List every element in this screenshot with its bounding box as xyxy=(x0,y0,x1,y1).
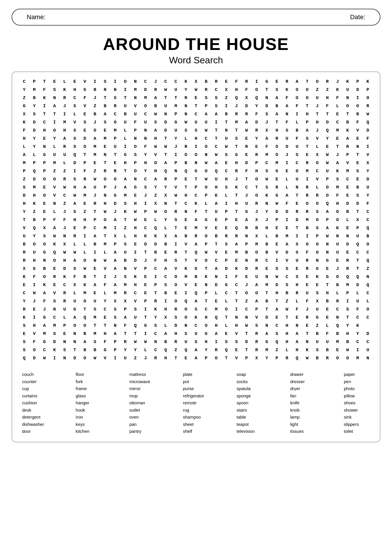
grid-cell: L xyxy=(161,224,171,232)
grid-cell: T xyxy=(80,151,90,159)
grid-cell: A xyxy=(120,184,130,192)
word-item: dishwasher xyxy=(22,421,48,428)
grid-cell: S xyxy=(130,306,140,314)
grid-cell: J xyxy=(90,192,100,200)
grid-cell: B xyxy=(161,338,171,346)
grid-cell: O xyxy=(353,102,363,110)
grid-cell: N xyxy=(262,94,272,102)
grid-cell: R xyxy=(333,297,343,306)
grid-cell: K xyxy=(49,346,59,354)
grid-cell: A xyxy=(272,306,282,314)
grid-cell: T xyxy=(322,281,333,289)
grid-cell: D xyxy=(29,127,39,135)
grid-cell: Y xyxy=(120,346,130,354)
word-item: stairs xyxy=(236,407,263,414)
grid-cell: P xyxy=(171,159,181,167)
grid-cell: O xyxy=(343,102,353,110)
grid-cell: L xyxy=(262,232,272,241)
grid-cell: N xyxy=(100,192,110,200)
grid-cell: E xyxy=(39,184,50,192)
word-item: sheet xyxy=(183,421,209,428)
grid-cell: P xyxy=(201,241,211,249)
grid-cell: O xyxy=(312,241,322,249)
grid-cell: B xyxy=(272,232,282,241)
grid-cell: M xyxy=(231,249,241,257)
grid-cell: H xyxy=(191,135,201,143)
grid-cell: D xyxy=(363,127,373,135)
grid-cell: U xyxy=(120,354,130,363)
grid-cell: T xyxy=(191,102,201,110)
grid-cell: Q xyxy=(322,127,333,135)
grid-cell: E xyxy=(80,110,90,119)
grid-cell: U xyxy=(221,135,232,143)
grid-cell: S xyxy=(272,86,282,94)
grid-cell: O xyxy=(252,192,262,200)
grid-cell: B xyxy=(262,297,272,306)
grid-cell: P xyxy=(100,184,110,192)
grid-cell: G xyxy=(322,273,333,281)
grid-cell: T xyxy=(181,184,191,192)
grid-cell: U xyxy=(322,167,333,175)
grid-cell: B xyxy=(252,224,262,232)
grid-cell: E xyxy=(181,175,191,184)
grid-cell: N xyxy=(353,143,363,151)
grid-cell: E xyxy=(181,224,191,232)
grid-cell: R xyxy=(151,297,161,306)
grid-cell: U xyxy=(211,175,221,184)
word-column: paperpenphotopillowshoesshowersinkslippe… xyxy=(344,371,370,435)
grid-cell: D xyxy=(241,102,252,110)
grid-cell: I xyxy=(161,297,171,306)
grid-cell: C xyxy=(49,314,59,322)
grid-cell: S xyxy=(70,127,80,135)
grid-cell: O xyxy=(130,143,140,151)
grid-cell: M xyxy=(333,127,343,135)
grid-cell: X xyxy=(70,281,80,289)
grid-cell: K xyxy=(282,86,292,94)
grid-cell: T xyxy=(161,94,171,102)
grid-cell: C xyxy=(221,167,232,175)
grid-cell: B xyxy=(312,330,322,338)
grid-cell: J xyxy=(110,208,120,216)
grid-cell: I xyxy=(363,143,373,151)
grid-cell: C xyxy=(161,78,171,86)
grid-cell: X xyxy=(59,241,70,249)
grid-cell: E xyxy=(282,167,292,175)
grid-cell: A xyxy=(292,78,302,86)
grid-cell: E xyxy=(322,314,333,322)
grid-cell: N xyxy=(363,273,373,281)
grid-cell: I xyxy=(140,200,151,208)
grid-cell: Q xyxy=(80,314,90,322)
grid-cell: O xyxy=(39,192,50,200)
word-item: shower xyxy=(344,407,370,414)
grid-cell: G xyxy=(221,281,232,289)
grid-cell: S xyxy=(221,241,232,249)
word-item: socks xyxy=(236,378,263,385)
grid-cell: E xyxy=(90,289,100,297)
grid-cell: E xyxy=(211,224,221,232)
grid-cell: G xyxy=(29,265,39,273)
grid-cell: R xyxy=(59,143,70,151)
grid-cell: P xyxy=(353,224,363,232)
grid-cell: C xyxy=(241,306,252,314)
grid-cell: F xyxy=(302,249,312,257)
grid-cell: P xyxy=(171,110,181,119)
grid-cell: O xyxy=(322,184,333,192)
grid-cell: P xyxy=(110,346,120,354)
grid-cell: L xyxy=(292,297,302,306)
grid-cell: T xyxy=(151,289,161,297)
grid-cell: W xyxy=(282,306,292,314)
word-item: shelf xyxy=(183,428,209,435)
grid-cell: V xyxy=(252,314,262,322)
grid-cell: L xyxy=(333,102,343,110)
grid-cell: Y xyxy=(262,208,272,216)
grid-cell: L xyxy=(59,78,70,86)
grid-cell: W xyxy=(201,175,211,184)
grid-cell: P xyxy=(241,241,252,249)
grid-cell: Z xyxy=(312,86,322,94)
grid-cell: E xyxy=(221,224,232,232)
grid-cell: R xyxy=(363,102,373,110)
grid-cell: N xyxy=(262,322,272,330)
grid-cell: N xyxy=(140,127,151,135)
grid-cell: Y xyxy=(29,232,39,241)
grid-cell: A xyxy=(282,102,292,110)
